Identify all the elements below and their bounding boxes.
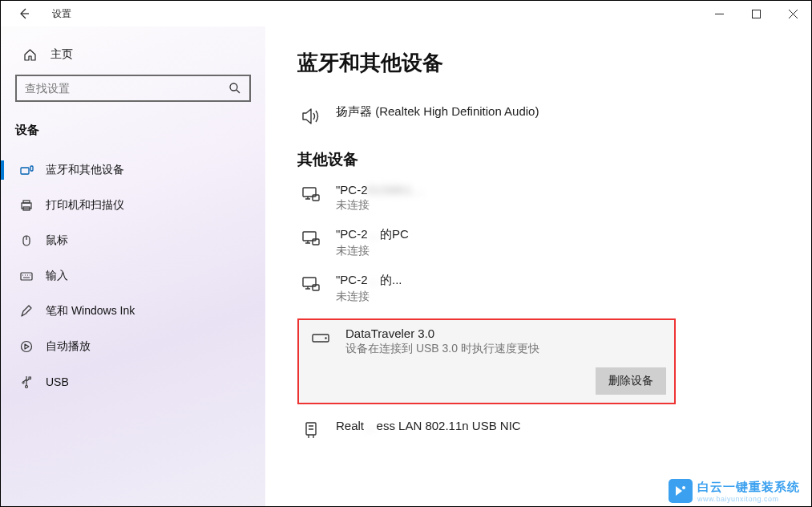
printer-icon — [18, 198, 34, 213]
page-title: 蓝牙和其他设备 — [297, 49, 779, 77]
svg-point-12 — [22, 382, 24, 383]
nav-item-autoplay[interactable]: 自动播放 — [1, 329, 265, 364]
device-name: "PC-2015861... — [336, 183, 425, 197]
nav-label: 蓝牙和其他设备 — [46, 163, 124, 177]
nav-label: 鼠标 — [46, 233, 68, 248]
device-name: "PC-2...的... — [336, 273, 402, 288]
home-link[interactable]: 主页 — [1, 41, 265, 75]
home-icon — [23, 48, 38, 62]
other-devices-list: "PC-2015861... 未连接 "PC-2...的PC 未连接 "PC-2… — [297, 183, 779, 440]
other-device-row[interactable]: "PC-2...的PC 未连接 — [297, 227, 779, 258]
nav-label: 笔和 Windows Ink — [46, 304, 135, 318]
home-label: 主页 — [50, 47, 73, 62]
device-name: DataTraveler 3.0 — [345, 327, 539, 340]
blurred-text: ... — [364, 419, 377, 432]
maximize-button[interactable] — [737, 1, 774, 26]
nav-label: 自动播放 — [46, 339, 91, 354]
svg-point-20 — [325, 337, 326, 339]
search-input[interactable] — [25, 82, 228, 95]
adapter-icon — [297, 419, 325, 440]
device-name: Realt...ess LAN 802.11n USB NIC — [336, 419, 521, 432]
maximize-icon — [752, 10, 761, 18]
svg-point-9 — [22, 342, 32, 352]
svg-point-10 — [26, 386, 28, 388]
svg-rect-3 — [30, 166, 33, 171]
nav-item-bluetooth[interactable]: 蓝牙和其他设备 — [1, 152, 265, 188]
minimize-button[interactable] — [701, 1, 737, 26]
speaker-icon — [297, 104, 325, 127]
sidebar-category: 设备 — [1, 118, 265, 152]
mouse-icon — [18, 233, 34, 248]
monitor-icon — [297, 183, 325, 204]
audio-device-row[interactable]: 扬声器 (Realtek High Definition Audio) — [297, 104, 779, 127]
nav-label: USB — [46, 375, 69, 388]
watermark-url: www.baiyunxitong.com — [697, 495, 800, 503]
device-status: 未连接 — [336, 290, 402, 304]
window-title: 设置 — [52, 7, 71, 21]
selected-device-card[interactable]: DataTraveler 3.0 设备在连接到 USB 3.0 时执行速度更快 … — [297, 318, 676, 404]
svg-rect-11 — [29, 377, 31, 379]
monitor-icon — [297, 273, 325, 294]
settings-window: 设置 主页 设备 — [0, 0, 812, 507]
autoplay-icon — [18, 339, 34, 354]
svg-rect-0 — [752, 10, 760, 18]
svg-rect-8 — [21, 273, 32, 280]
keyboard-icon — [18, 269, 34, 283]
svg-point-1 — [230, 83, 237, 91]
nav-item-mouse[interactable]: 鼠标 — [1, 223, 265, 258]
svg-rect-5 — [23, 201, 30, 203]
nav-item-usb[interactable]: USB — [1, 364, 265, 400]
monitor-icon — [297, 227, 325, 248]
titlebar: 设置 — [1, 1, 811, 26]
nav-label: 打印机和扫描仪 — [46, 198, 124, 213]
other-device-row[interactable]: "PC-2015861... 未连接 — [297, 183, 779, 213]
other-device-row[interactable]: Realt...ess LAN 802.11n USB NIC — [297, 419, 779, 440]
drive-icon — [307, 327, 334, 347]
close-icon — [789, 10, 798, 18]
search-box[interactable] — [15, 75, 251, 102]
device-name: 扬声器 (Realtek High Definition Audio) — [336, 104, 539, 120]
device-status: 未连接 — [336, 198, 425, 213]
minimize-icon — [715, 10, 724, 18]
remove-device-button[interactable]: 删除设备 — [596, 367, 666, 395]
blurred-text: ... — [368, 273, 381, 286]
search-icon — [228, 82, 241, 95]
pen-icon — [18, 304, 34, 318]
sidebar-nav: 蓝牙和其他设备 打印机和扫描仪 鼠标 输入 笔和 Windows Ink — [1, 152, 265, 400]
watermark-logo-icon — [669, 479, 693, 503]
svg-point-22 — [682, 486, 685, 489]
svg-rect-2 — [21, 168, 29, 174]
other-device-row[interactable]: "PC-2...的... 未连接 — [297, 273, 779, 304]
selected-device-row: DataTraveler 3.0 设备在连接到 USB 3.0 时执行速度更快 — [307, 327, 666, 356]
sidebar: 主页 设备 蓝牙和其他设备 打印机和扫描仪 — [1, 26, 265, 506]
window-controls — [701, 1, 811, 26]
device-status: 未连接 — [336, 244, 409, 258]
nav-label: 输入 — [46, 269, 68, 283]
nav-item-printers[interactable]: 打印机和扫描仪 — [1, 188, 265, 223]
watermark: 白云一键重装系统 www.baiyunxitong.com — [669, 479, 800, 503]
blurred-text: ... — [368, 227, 381, 241]
back-button[interactable] — [15, 5, 33, 22]
arrow-left-icon — [18, 7, 30, 20]
device-desc: 设备在连接到 USB 3.0 时执行速度更快 — [345, 342, 539, 356]
nav-item-pen[interactable]: 笔和 Windows Ink — [1, 294, 265, 329]
nav-item-typing[interactable]: 输入 — [1, 258, 265, 294]
watermark-title: 白云一键重装系统 — [697, 480, 800, 495]
main-content: 蓝牙和其他设备 扬声器 (Realtek High Definition Aud… — [265, 26, 811, 506]
other-devices-title: 其他设备 — [297, 149, 779, 170]
device-name: "PC-2...的PC — [336, 227, 409, 242]
usb-icon — [18, 375, 34, 389]
blurred-text: 015861... — [368, 183, 426, 197]
bluetooth-icon — [18, 163, 34, 177]
close-button[interactable] — [774, 1, 811, 26]
